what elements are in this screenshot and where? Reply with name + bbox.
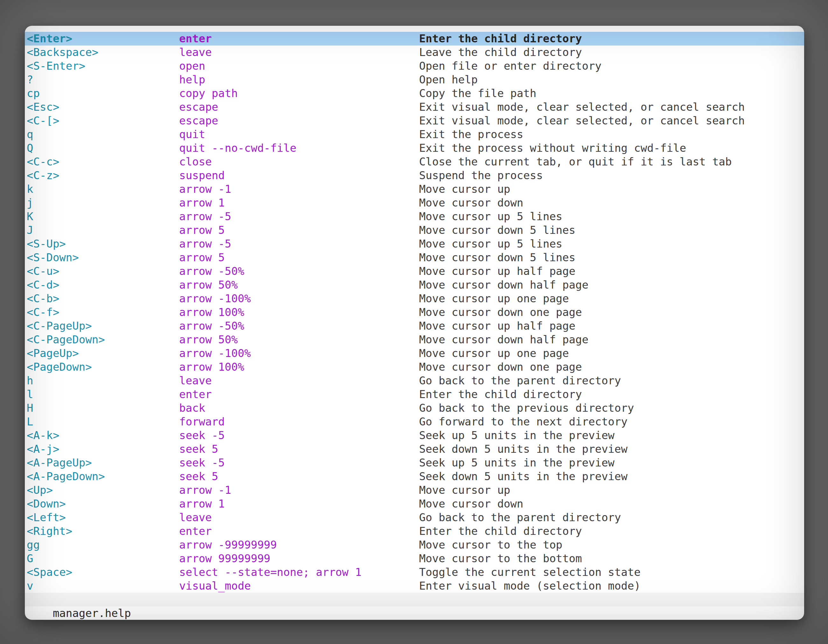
help-row[interactable]: <Space>select --state=none; arrow 1Toggl…: [25, 566, 804, 579]
help-row[interactable]: <Esc>escapeExit visual mode, clear selec…: [25, 100, 804, 114]
help-row[interactable]: <Down>arrow 1Move cursor down: [25, 497, 804, 511]
help-description: Move cursor up half page: [419, 319, 576, 333]
help-row[interactable]: <Backspace>leaveLeave the child director…: [25, 45, 804, 59]
help-key: gg: [27, 538, 40, 552]
help-row[interactable]: <Right>enterEnter the child directory: [25, 524, 804, 538]
help-command: escape: [179, 114, 218, 128]
help-command: forward: [179, 415, 225, 429]
help-row[interactable]: hleaveGo back to the parent directory: [25, 374, 804, 387]
help-key: v: [27, 579, 33, 593]
help-row[interactable]: <C-c>closeClose the current tab, or quit…: [25, 155, 804, 169]
help-command: arrow 99999999: [179, 552, 270, 566]
help-key: <Up>: [27, 483, 53, 497]
help-description: Move cursor up 5 lines: [419, 210, 562, 223]
status-bar: manager.help: [25, 593, 804, 606]
help-row[interactable]: <S-Enter>openOpen file or enter director…: [25, 59, 804, 73]
help-command: back: [179, 401, 205, 415]
help-row[interactable]: lenterEnter the child directory: [25, 387, 804, 401]
help-command: arrow 1: [179, 196, 225, 210]
help-row[interactable]: <S-Up>arrow -5Move cursor up 5 lines: [25, 237, 804, 251]
help-description: Move cursor down 5 lines: [419, 251, 576, 265]
help-command: leave: [179, 511, 212, 524]
help-row[interactable]: cpcopy pathCopy the file path: [25, 86, 804, 100]
help-key: <Right>: [27, 524, 72, 538]
help-row[interactable]: <C-d>arrow 50%Move cursor down half page: [25, 278, 804, 292]
help-row-selected[interactable]: <Enter>enterEnter the child directory: [25, 32, 804, 45]
help-description: Open help: [419, 73, 478, 86]
help-row[interactable]: Jarrow 5Move cursor down 5 lines: [25, 223, 804, 237]
help-description: Move cursor down one page: [419, 306, 582, 319]
help-command: escape: [179, 100, 218, 114]
help-description: Move cursor up: [419, 182, 510, 196]
help-row[interactable]: jarrow 1Move cursor down: [25, 196, 804, 210]
help-description: Move cursor down: [419, 497, 524, 511]
help-key: <C-u>: [27, 265, 59, 278]
help-command: leave: [179, 374, 212, 387]
help-row[interactable]: <C-PageDown>arrow 50%Move cursor down ha…: [25, 333, 804, 346]
help-command: arrow -50%: [179, 265, 245, 278]
help-description: Move cursor down half page: [419, 278, 588, 292]
help-key: L: [27, 415, 33, 429]
help-row[interactable]: ?helpOpen help: [25, 73, 804, 86]
help-row[interactable]: qquitExit the process: [25, 128, 804, 141]
help-row[interactable]: LforwardGo forward to the next directory: [25, 415, 804, 429]
help-row[interactable]: <C-b>arrow -100%Move cursor up one page: [25, 292, 804, 306]
help-description: Toggle the current selection state: [419, 566, 641, 579]
help-description: Suspend the process: [419, 169, 543, 182]
help-key: <PageUp>: [27, 346, 79, 360]
help-row[interactable]: karrow -1Move cursor up: [25, 182, 804, 196]
help-key: <C-c>: [27, 155, 59, 169]
help-row[interactable]: <C-[>escapeExit visual mode, clear selec…: [25, 114, 804, 128]
help-command: seek -5: [179, 456, 225, 470]
help-row[interactable]: HbackGo back to the previous directory: [25, 401, 804, 415]
help-command: select --state=none; arrow 1: [179, 566, 362, 579]
help-row[interactable]: <S-Down>arrow 5Move cursor down 5 lines: [25, 251, 804, 265]
help-key: <Esc>: [27, 100, 59, 114]
help-row[interactable]: <Up>arrow -1Move cursor up: [25, 483, 804, 497]
help-row[interactable]: <A-j>seek 5Seek down 5 units in the prev…: [25, 442, 804, 456]
help-description: Move cursor up one page: [419, 292, 569, 306]
help-command: arrow 1: [179, 497, 225, 511]
help-row[interactable]: <PageUp>arrow -100%Move cursor up one pa…: [25, 346, 804, 360]
help-row[interactable]: <A-k>seek -5Seek up 5 units in the previ…: [25, 429, 804, 442]
help-row[interactable]: vvisual_modeEnter visual mode (selection…: [25, 579, 804, 593]
help-key: <S-Down>: [27, 251, 79, 265]
help-key: h: [27, 374, 33, 387]
help-key: <C-PageDown>: [27, 333, 105, 346]
help-command: arrow -100%: [179, 346, 251, 360]
help-description: Move cursor down one page: [419, 360, 582, 374]
help-description: Move cursor to the top: [419, 538, 562, 552]
help-key: <C-b>: [27, 292, 59, 306]
help-row[interactable]: <C-f>arrow 100%Move cursor down one page: [25, 306, 804, 319]
help-window: <Enter>enterEnter the child directory<Ba…: [25, 26, 804, 620]
help-key: <Left>: [27, 511, 66, 524]
help-description: Go back to the parent directory: [419, 374, 621, 387]
help-row[interactable]: Qquit --no-cwd-fileExit the process with…: [25, 141, 804, 155]
help-row[interactable]: Karrow -5Move cursor up 5 lines: [25, 210, 804, 223]
help-row[interactable]: <PageDown>arrow 100%Move cursor down one…: [25, 360, 804, 374]
help-key: G: [27, 552, 33, 566]
help-key: <A-PageUp>: [27, 456, 92, 470]
help-description: Go back to the parent directory: [419, 511, 621, 524]
help-key: <A-PageDown>: [27, 470, 105, 483]
help-key: <PageDown>: [27, 360, 92, 374]
help-row[interactable]: <C-PageUp>arrow -50%Move cursor up half …: [25, 319, 804, 333]
help-row[interactable]: Garrow 99999999Move cursor to the bottom: [25, 552, 804, 566]
help-key: Q: [27, 141, 33, 155]
help-row[interactable]: <C-z>suspendSuspend the process: [25, 169, 804, 182]
help-row[interactable]: ggarrow -99999999Move cursor to the top: [25, 538, 804, 552]
help-row[interactable]: <C-u>arrow -50%Move cursor up half page: [25, 265, 804, 278]
help-description: Seek up 5 units in the preview: [419, 456, 615, 470]
help-command: arrow -5: [179, 210, 231, 223]
help-row[interactable]: <Left>leaveGo back to the parent directo…: [25, 511, 804, 524]
help-row[interactable]: <A-PageUp>seek -5Seek up 5 units in the …: [25, 456, 804, 470]
help-description: Move cursor up 5 lines: [419, 237, 562, 251]
help-key: <A-j>: [27, 442, 59, 456]
help-row[interactable]: <A-PageDown>seek 5Seek down 5 units in t…: [25, 470, 804, 483]
help-command: seek 5: [179, 442, 218, 456]
help-command: quit --no-cwd-file: [179, 141, 296, 155]
help-command: quit: [179, 128, 205, 141]
help-description: Move cursor down half page: [419, 333, 588, 346]
help-key: <S-Up>: [27, 237, 66, 251]
help-command: arrow -100%: [179, 292, 251, 306]
